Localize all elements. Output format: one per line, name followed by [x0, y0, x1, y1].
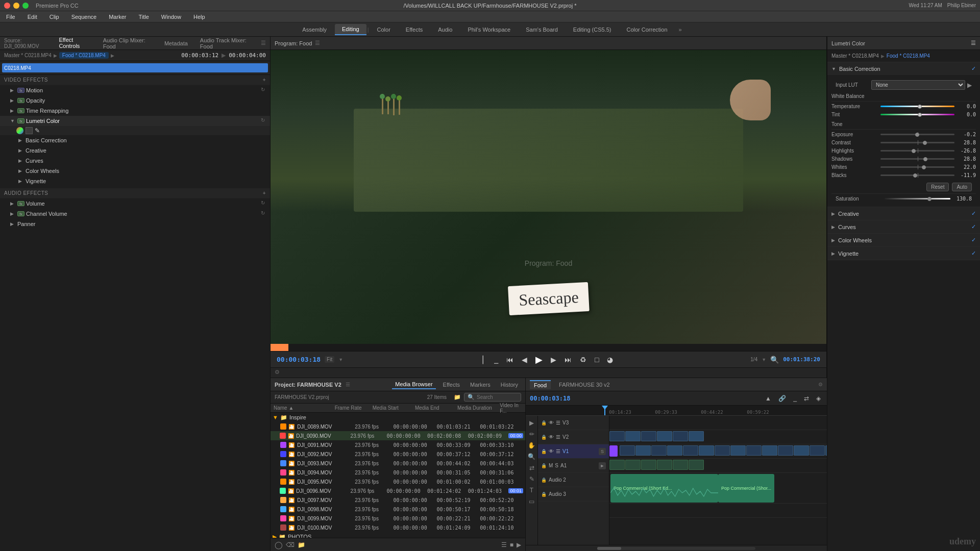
tab-audio-track-mixer[interactable]: Audio Track Mixer: Food — [196, 36, 257, 51]
channel-volume-reset-icon[interactable]: ↻ — [261, 210, 268, 217]
tab-audio[interactable]: Audio — [431, 24, 459, 35]
menu-help[interactable]: Help — [191, 14, 207, 20]
add-audio-effect-icon[interactable]: + — [263, 190, 266, 196]
effect-panner[interactable]: ▶ Panner — [0, 219, 270, 229]
new-bin-icon[interactable]: 📁 — [298, 541, 305, 548]
effect-creative[interactable]: ▶ Creative — [0, 145, 270, 156]
tab-food[interactable]: Food — [530, 380, 551, 389]
tab-audio-clip-mixer[interactable]: Audio Clip Mixer: Food — [99, 36, 156, 51]
fit-dropdown[interactable]: Fit — [325, 356, 334, 363]
tab-media-browser[interactable]: Media Browser — [392, 380, 435, 389]
settings-icon[interactable]: ⚙ — [275, 369, 280, 375]
effect-motion[interactable]: ▶ fx Motion ↻ — [0, 85, 270, 95]
contrast-handle[interactable] — [923, 141, 927, 145]
list-item[interactable]: 🎦 DJI_0099.MOV 23.976 fps 00:00:00:00 00… — [271, 514, 525, 523]
list-item[interactable]: 🎦 DJI_0090.MOV 23.976 fps 00:00:00:00 00… — [271, 431, 525, 440]
folder-photos[interactable]: ▶ 📁 PHOTOS — [271, 532, 525, 538]
a1-input-icon[interactable]: ► — [599, 462, 606, 469]
auto-button[interactable]: Auto — [952, 183, 972, 191]
tab-phils-workspace[interactable]: Phil's Workspace — [460, 24, 518, 35]
list-item[interactable]: 🎦 DJI_0098.MOV 23.976 fps 00:00:00:00 00… — [271, 505, 525, 514]
v2-eye-icon[interactable]: 👁 — [549, 434, 554, 440]
list-item[interactable]: 🎦 DJI_0097.MOV 23.976 fps 00:00:00:00 00… — [271, 495, 525, 505]
basic-correction-check-icon[interactable]: ✓ — [971, 65, 976, 72]
project-tab-icon[interactable]: ☰ — [346, 382, 350, 387]
reset-button[interactable]: Reset — [926, 183, 949, 191]
clip-name[interactable]: Food * C0218.MP4 — [59, 52, 109, 59]
metadata-view-icon[interactable]: ▶ — [517, 541, 521, 548]
add-effect-icon[interactable]: + — [263, 77, 266, 83]
blacks-slider[interactable] — [880, 174, 954, 176]
saturation-slider[interactable] — [885, 198, 950, 199]
saturation-handle[interactable] — [927, 197, 932, 201]
type-tool-icon[interactable]: T — [527, 485, 537, 495]
a3-lock-icon[interactable]: 🔒 — [541, 492, 547, 497]
list-item[interactable]: 🎦 DJI_0095.MOV 23.976 fps 00:00:00:00 00… — [271, 477, 525, 486]
exposure-slider[interactable] — [880, 134, 954, 135]
effect-opacity[interactable]: ▶ fx Opacity — [0, 95, 270, 106]
mark-in-icon[interactable]: ⎪ — [478, 355, 488, 365]
effect-curves[interactable]: ▶ Curves — [0, 156, 270, 166]
v3-label-icon[interactable]: ☰ — [556, 420, 560, 425]
tab-assembly[interactable]: Assembly — [295, 24, 334, 35]
program-menu-icon[interactable]: ☰ — [315, 40, 320, 46]
v1-label-icon[interactable]: ☰ — [556, 448, 560, 454]
new-folder-icon[interactable]: 📁 — [454, 394, 461, 400]
step-back-icon[interactable]: ◀ — [520, 355, 529, 365]
list-item[interactable]: 🎦 DJI_0094.MOV 23.976 fps 00:00:00:00 00… — [271, 468, 525, 477]
creative-header[interactable]: ▶ Creative ✓ — [827, 207, 980, 220]
curves-header[interactable]: ▶ Curves ✓ — [827, 220, 980, 233]
contrast-slider[interactable] — [880, 142, 954, 143]
tab-farmhouse[interactable]: FARMHOUSE 30 v2 — [555, 381, 614, 389]
effect-vignette[interactable]: ▶ Vignette — [0, 176, 270, 186]
shadows-slider[interactable] — [880, 158, 954, 160]
list-item[interactable]: 🎦 DJI_0091.MOV 23.976 fps 00:00:00:00 00… — [271, 440, 525, 449]
icon-view-icon[interactable]: ■ — [510, 541, 513, 548]
program-playhead-bar[interactable] — [271, 344, 826, 351]
more-workspaces[interactable]: » — [676, 27, 685, 33]
effect-volume[interactable]: ▶ fx Volume ↻ — [0, 198, 270, 209]
play-button[interactable]: ▶ — [533, 353, 545, 366]
lut-browse-icon[interactable]: ▶ — [967, 82, 972, 89]
whites-slider[interactable] — [880, 166, 954, 168]
play-btn[interactable]: ▶ — [222, 52, 226, 59]
highlights-handle[interactable] — [912, 149, 916, 153]
minimize-button[interactable] — [13, 3, 19, 9]
selection-tool-icon[interactable]: ▶ — [527, 418, 537, 428]
temperature-handle[interactable] — [918, 105, 922, 109]
menu-sequence[interactable]: Sequence — [69, 14, 99, 20]
tab-color[interactable]: Color — [370, 24, 398, 35]
highlights-slider[interactable] — [880, 150, 954, 152]
list-item[interactable]: 🎦 DJI_0089.MOV 23.976 fps 00:00:00:00 00… — [271, 422, 525, 431]
a1-mute-icon[interactable]: M — [549, 463, 553, 468]
menu-clip[interactable]: Clip — [47, 14, 61, 20]
tab-color-correction[interactable]: Color Correction — [619, 24, 674, 35]
clear-icon[interactable]: ⌫ — [286, 541, 295, 548]
timeline-timecode[interactable]: 00:00:03:18 — [530, 395, 570, 402]
zoom-icon[interactable]: 🔍 — [770, 356, 779, 364]
volume-reset-icon[interactable]: ↻ — [261, 200, 268, 207]
lumetri-reset-icon[interactable]: ↻ — [261, 117, 268, 124]
safe-margins-icon[interactable]: □ — [593, 355, 601, 365]
tint-handle[interactable] — [918, 113, 922, 117]
blacks-handle[interactable] — [913, 173, 917, 178]
pen-tool-icon[interactable]: ✎ — [527, 474, 537, 484]
temperature-slider[interactable] — [880, 106, 954, 107]
new-item-icon[interactable]: ◯ — [275, 541, 283, 549]
tab-effects[interactable]: Effects — [440, 381, 463, 389]
snap-icon[interactable]: ▲ — [763, 394, 773, 403]
effect-color-wheels[interactable]: ▶ Color Wheels — [0, 166, 270, 176]
v2-track[interactable] — [609, 430, 827, 444]
pen-icon[interactable]: ✎ — [35, 127, 42, 134]
tab-sams-board[interactable]: Sam's Board — [519, 24, 565, 35]
tab-effect-controls[interactable]: Effect Controls — [55, 36, 94, 51]
tab-metadata[interactable]: Metadata — [160, 39, 192, 47]
razor-tool-icon[interactable]: ✏ — [527, 429, 537, 439]
tab-editing[interactable]: Editing — [335, 24, 366, 35]
v3-lock-icon[interactable]: 🔒 — [541, 420, 547, 425]
v1-lock-icon[interactable]: 🔒 — [541, 449, 547, 454]
a2-lock-icon[interactable]: 🔒 — [541, 478, 547, 483]
list-item[interactable]: 🎦 DJI_0092.MOV 23.976 fps 00:00:00:00 00… — [271, 449, 525, 459]
go-to-in-icon[interactable]: ⏮ — [504, 355, 516, 365]
whites-handle[interactable] — [922, 165, 926, 169]
